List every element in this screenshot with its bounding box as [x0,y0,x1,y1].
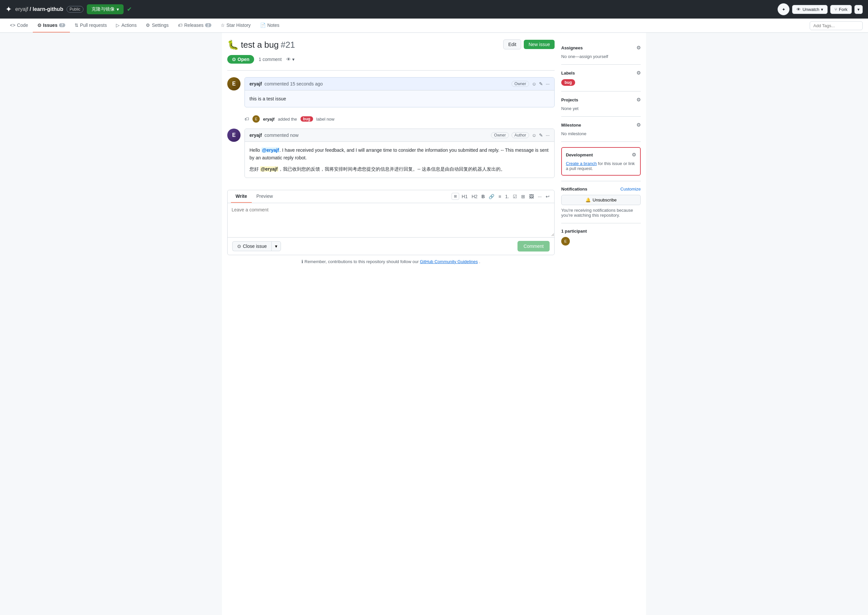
notifications-title: Notifications [561,187,587,192]
new-issue-button[interactable]: New issue [524,40,555,49]
footer-text: Remember, contributions to this reposito… [304,259,420,264]
tab-issues[interactable]: ⊙ Issues 7 [33,19,70,33]
toolbar-list-btn[interactable]: ≡ [497,192,502,200]
settings-icon: ⚙ [146,23,150,28]
comment-submit-button[interactable]: Comment [517,241,550,251]
toolbar-ordered-list-btn[interactable]: 1. [504,192,511,200]
toolbar-table-btn[interactable]: ⊞ [520,192,527,200]
unwatch-label: Unwatch [803,7,819,12]
second-comment-wrapper: E eryajf commented now Owner Author ☺ ✎ … [227,129,555,178]
pull-request-icon: ⇅ [75,23,78,28]
second-comment-line2: 您好 @eryajf，我已收到您的反馈，我将安排时间考虑您提交的信息并进行回复。… [249,165,550,173]
write-footer: ⊙ Close issue ▾ Comment [228,237,554,255]
label-icon: 🏷 [245,116,249,122]
star-icon: ☆ [221,23,225,28]
notifications-button[interactable]: ✦ [778,3,790,15]
tab-releases[interactable]: 🏷 Releases 2 [173,19,216,33]
toolbar-undo-btn[interactable]: ↩ [544,192,551,200]
main-content: 🐛 test a bug #21 Edit New issue ⊙ Open 1… [222,33,646,615]
close-issue-button[interactable]: ⊙ Close issue [232,241,271,251]
unsubscribe-button[interactable]: 🔔 Unsubscribe [561,195,641,205]
community-guidelines-link[interactable]: GitHub Community Guidelines [420,259,478,264]
projects-gear-icon[interactable]: ⚙ [636,97,641,103]
second-comment-author[interactable]: eryajf [249,133,262,138]
tab-pull-requests[interactable]: ⇅ Pull requests [70,19,112,33]
fork-button[interactable]: ⑂ Fork [830,5,852,14]
milestone-gear-icon[interactable]: ⚙ [636,122,641,128]
toolbar-check-btn[interactable]: ☑ [511,192,519,200]
toolbar-mention-btn[interactable]: ⊞ [452,193,459,200]
labels-gear-icon[interactable]: ⚙ [636,70,641,76]
development-box: Development ⚙ Create a branch for this i… [561,147,641,176]
development-section: Development ⚙ Create a branch for this i… [561,142,641,181]
tag-search-input[interactable] [810,21,863,30]
mention-1: @eryajf [262,147,280,153]
development-gear-icon[interactable]: ⚙ [632,152,636,158]
activity-author[interactable]: eryajf [263,117,275,122]
status-text: Open [238,57,249,62]
write-area: Write Preview ⊞ H1 H2 B 🔗 ≡ 1. ☑ ⊞ 🖼 ···… [227,190,555,255]
repo-owner: eryajf [15,6,28,12]
tab-actions[interactable]: ▷ Actions [111,19,141,33]
milestone-title: Milestone [561,123,581,128]
emoji-react-icon-2[interactable]: ☺ [532,133,536,138]
tag-icon: 🏷 [178,23,182,28]
edit-comment-icon-2[interactable]: ✎ [539,133,543,138]
customize-link[interactable]: Customize [620,187,641,192]
toolbar-image-btn[interactable]: 🖼 [528,192,535,200]
participant-avatar[interactable]: E [561,237,570,245]
toolbar-h1-btn[interactable]: H1 [461,192,469,200]
toolbar-link-btn[interactable]: 🔗 [487,192,496,200]
edit-button[interactable]: Edit [503,39,521,49]
toolbar-more-btn[interactable]: ··· [536,192,543,200]
close-issue-dropdown[interactable]: ▾ [271,241,281,251]
write-tab[interactable]: Write [231,190,252,203]
comment-author[interactable]: eryajf [249,81,262,86]
second-avatar: E [227,129,240,142]
actions-icon: ▷ [116,23,120,28]
tab-settings[interactable]: ⚙ Settings [141,19,173,33]
fork-icon: ⑂ [835,7,837,12]
sidebar: Assignees ⚙ No one—assign yourself Label… [561,39,641,615]
first-comment-text: this is a test issue [249,96,286,101]
tab-star-history[interactable]: ☆ Star History [216,19,256,33]
projects-title: Projects [561,97,578,102]
toolbar-bold-btn[interactable]: B [480,192,486,200]
unwatch-button[interactable]: 👁 Unwatch ▾ [792,5,827,14]
second-comment-body: Hello @eryajf. I have received your feed… [245,142,554,177]
bug-label-chip[interactable]: bug [561,79,575,86]
labels-title: Labels [561,70,575,76]
labels-section: Labels ⚙ bug [561,65,641,92]
assignees-gear-icon[interactable]: ⚙ [636,45,641,51]
comment-count: 1 comment [259,57,282,62]
tab-code[interactable]: <> Code [5,19,33,33]
toolbar-h2-btn[interactable]: H2 [470,192,479,200]
emoji-react-icon[interactable]: ☺ [532,81,536,86]
activity-action: added the [278,117,297,122]
comment-input[interactable] [228,203,554,236]
create-branch-link[interactable]: Create a branch [566,161,597,166]
public-badge: Public [67,6,84,12]
fork-dropdown-button[interactable]: ▾ [854,5,863,14]
assignees-section: Assignees ⚙ No one—assign yourself [561,39,641,65]
assignees-value[interactable]: No one—assign yourself [561,54,641,59]
repo-name: learn-github [33,6,63,12]
clone-button[interactable]: 克隆与镜像 ▾ [87,4,123,14]
more-options-icon-2[interactable]: ··· [545,133,550,138]
mention-2: @eryajf [260,166,278,172]
issue-emoji: 🐛 [227,39,239,50]
preview-tab[interactable]: Preview [252,190,277,203]
projects-section: Projects ⚙ None yet [561,92,641,117]
tab-notes[interactable]: 📄 Notes [256,19,284,33]
issue-area: 🐛 test a bug #21 Edit New issue ⊙ Open 1… [227,39,555,615]
issue-title-text: test a bug [241,40,279,50]
chevron-down-icon: ▾ [821,7,823,12]
owner-badge: Owner [511,81,529,87]
eye-subscribe-icon[interactable]: 👁 ▾ [286,57,295,62]
second-comment-box: eryajf commented now Owner Author ☺ ✎ ··… [245,129,555,178]
top-bar-right: ✦ 👁 Unwatch ▾ ⑂ Fork ▾ [778,3,863,15]
edit-comment-icon[interactable]: ✎ [539,81,543,86]
more-options-icon[interactable]: ··· [545,81,550,86]
bug-label[interactable]: bug [301,116,313,122]
milestone-value: No milestone [561,131,641,136]
